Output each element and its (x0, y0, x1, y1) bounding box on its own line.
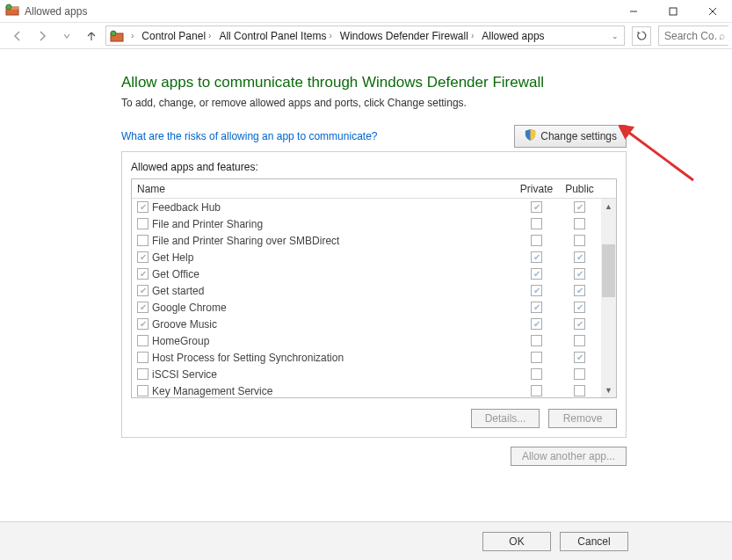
firewall-icon (108, 29, 126, 43)
svg-rect-4 (670, 8, 677, 15)
public-checkbox[interactable] (574, 335, 585, 346)
public-checkbox[interactable] (574, 201, 585, 213)
allowed-checkbox[interactable] (137, 318, 149, 330)
private-checkbox[interactable] (531, 352, 542, 363)
column-private[interactable]: Private (515, 183, 558, 195)
search-input[interactable]: ⌕ (658, 25, 728, 46)
breadcrumb-item[interactable]: Windows Defender Firewall› (337, 30, 479, 42)
app-name-label: Key Management Service (152, 385, 272, 397)
column-public[interactable]: Public (558, 183, 601, 195)
public-checkbox[interactable] (574, 251, 585, 263)
table-row[interactable]: File and Printer Sharing (132, 215, 601, 232)
table-row[interactable]: Host Process for Setting Synchronization (132, 349, 601, 366)
scroll-thumb[interactable] (602, 244, 615, 297)
public-checkbox[interactable] (574, 235, 585, 246)
allowed-checkbox[interactable] (137, 285, 149, 296)
page-title: Allow apps to communicate through Window… (121, 74, 627, 91)
public-checkbox[interactable] (574, 352, 585, 363)
app-name-label: Groove Music (152, 318, 217, 331)
allowed-checkbox[interactable] (137, 352, 149, 363)
forward-button[interactable] (32, 25, 53, 47)
scrollbar[interactable]: ▲ ▼ (601, 199, 616, 397)
private-checkbox[interactable] (531, 285, 542, 296)
allowed-checkbox[interactable] (137, 302, 149, 313)
private-checkbox[interactable] (531, 201, 542, 213)
page-subtitle: To add, change, or remove allowed apps a… (121, 97, 627, 109)
column-name[interactable]: Name (132, 183, 515, 195)
allowed-checkbox[interactable] (137, 385, 149, 396)
allowed-checkbox[interactable] (137, 368, 149, 380)
private-checkbox[interactable] (531, 368, 542, 380)
private-checkbox[interactable] (531, 335, 542, 346)
public-checkbox[interactable] (574, 218, 585, 229)
bottom-bar: OK Cancel (0, 521, 732, 560)
svg-point-2 (6, 4, 11, 10)
table-row[interactable]: Key Management Service (132, 382, 601, 397)
remove-button[interactable]: Remove (548, 409, 617, 428)
app-name-label: Feedback Hub (152, 201, 221, 214)
allowed-checkbox[interactable] (137, 335, 149, 346)
app-name-label: Host Process for Setting Synchronization (152, 352, 344, 364)
allowed-checkbox[interactable] (137, 218, 149, 229)
allowed-apps-list[interactable]: Name Private Public Feedback HubFile and… (131, 178, 617, 398)
frame-title: Allowed apps and features: (131, 161, 617, 173)
app-name-label: Get Office (152, 268, 199, 280)
change-settings-button[interactable]: Change settings (514, 125, 627, 148)
table-row[interactable]: Google Chrome (132, 299, 601, 316)
breadcrumb-sep[interactable]: › (126, 31, 139, 40)
private-checkbox[interactable] (531, 251, 542, 263)
table-row[interactable]: HomeGroup (132, 332, 601, 349)
maximize-button[interactable] (653, 0, 692, 23)
breadcrumb-item[interactable]: All Control Panel Items› (216, 30, 337, 42)
public-checkbox[interactable] (574, 302, 585, 313)
scroll-down-icon[interactable]: ▼ (601, 382, 616, 397)
address-bar[interactable]: › Control Panel› All Control Panel Items… (105, 25, 625, 46)
public-checkbox[interactable] (574, 285, 585, 296)
main-content: Allow apps to communicate through Window… (0, 49, 732, 438)
app-name-label: Get started (152, 285, 204, 297)
private-checkbox[interactable] (531, 302, 542, 313)
public-checkbox[interactable] (574, 385, 585, 396)
private-checkbox[interactable] (531, 268, 542, 280)
allowed-checkbox[interactable] (137, 235, 149, 246)
refresh-button[interactable] (632, 26, 651, 46)
allowed-checkbox[interactable] (137, 201, 149, 213)
public-checkbox[interactable] (574, 268, 585, 280)
ok-button[interactable]: OK (482, 532, 551, 551)
table-row[interactable]: File and Printer Sharing over SMBDirect (132, 232, 601, 249)
minimize-button[interactable] (613, 0, 653, 23)
help-link[interactable]: What are the risks of allowing an app to… (121, 130, 377, 142)
details-button[interactable]: Details... (471, 409, 540, 428)
app-name-label: File and Printer Sharing (152, 218, 263, 230)
table-row[interactable]: Get started (132, 282, 601, 299)
private-checkbox[interactable] (531, 385, 542, 396)
table-row[interactable]: Feedback Hub (132, 199, 601, 215)
window-titlebar: Allowed apps (0, 0, 732, 23)
back-button[interactable] (7, 25, 28, 47)
table-row[interactable]: Get Office (132, 265, 601, 282)
table-row[interactable]: Groove Music (132, 316, 601, 332)
private-checkbox[interactable] (531, 235, 542, 246)
allowed-checkbox[interactable] (137, 268, 149, 280)
recent-dropdown[interactable] (56, 25, 77, 47)
table-row[interactable]: iSCSI Service (132, 366, 601, 382)
breadcrumb-item[interactable]: Control Panel› (139, 30, 216, 42)
up-button[interactable] (81, 25, 102, 47)
shield-icon (524, 128, 537, 144)
table-row[interactable]: Get Help (132, 249, 601, 265)
close-button[interactable] (692, 0, 732, 23)
list-header: Name Private Public (132, 179, 616, 199)
private-checkbox[interactable] (531, 218, 542, 229)
chevron-down-icon[interactable]: ⌄ (612, 32, 622, 40)
search-icon: ⌕ (719, 30, 725, 42)
allowed-checkbox[interactable] (137, 251, 149, 263)
allow-another-app-button[interactable]: Allow another app... (511, 447, 627, 466)
app-name-label: HomeGroup (152, 335, 209, 347)
public-checkbox[interactable] (574, 368, 585, 380)
window-title: Allowed apps (25, 5, 87, 18)
scroll-up-icon[interactable]: ▲ (601, 199, 616, 214)
cancel-button[interactable]: Cancel (560, 532, 628, 551)
breadcrumb-item[interactable]: Allowed apps (479, 30, 547, 42)
private-checkbox[interactable] (531, 318, 542, 330)
public-checkbox[interactable] (574, 318, 585, 330)
